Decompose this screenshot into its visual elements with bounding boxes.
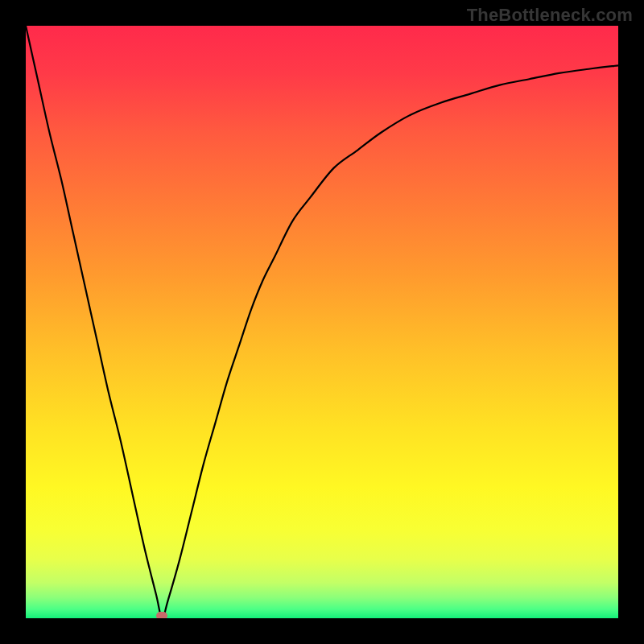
- bottleneck-curve: [26, 26, 618, 618]
- chart-frame: TheBottleneck.com: [0, 0, 644, 644]
- watermark-text: TheBottleneck.com: [467, 5, 633, 26]
- curve-layer: [26, 26, 618, 618]
- minimum-marker: [156, 612, 167, 618]
- plot-area: [26, 26, 618, 618]
